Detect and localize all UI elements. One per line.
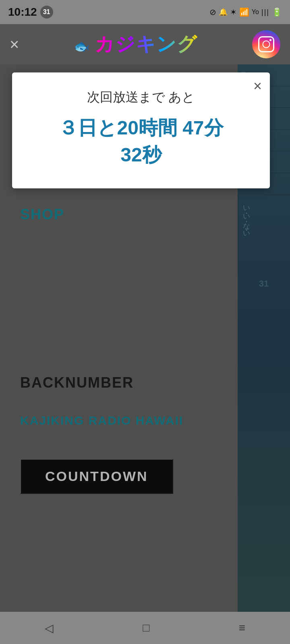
signal-text: Yo (252, 8, 259, 16)
close-menu-button[interactable]: × (10, 35, 19, 54)
modal-countdown: ３日と20時間 47分 32秒 (28, 114, 254, 168)
silent-icon: 🔔 (219, 8, 228, 17)
fish-icon: 🐟 (74, 39, 90, 54)
home-button[interactable]: □ (130, 617, 162, 638)
logo-text: カジキング (95, 33, 197, 55)
status-time: 10:12 31 (8, 6, 53, 19)
app-logo: 🐟 カジキング (19, 31, 252, 57)
menu-button[interactable]: ≡ (227, 617, 257, 638)
modal-subtitle: 次回放送まで あと (28, 89, 254, 106)
status-bar: 10:12 31 ⊘ 🔔 ✶ 📶 Yo ||| 🔋 (0, 0, 290, 24)
instagram-button[interactable] (252, 30, 280, 58)
notification-badge: 31 (40, 6, 53, 19)
modal-overlay: × 次回放送まで あと ３日と20時間 47分 32秒 (0, 64, 290, 612)
modal-close-button[interactable]: × (253, 79, 262, 93)
wifi-icon: 📶 (239, 7, 249, 17)
modal-dialog: × 次回放送まで あと ３日と20時間 47分 32秒 (12, 72, 270, 188)
instagram-icon (258, 36, 274, 52)
lte-icon: ||| (261, 8, 269, 17)
bluetooth-icon: ✶ (230, 7, 237, 17)
bottom-nav: ◁ □ ≡ (0, 612, 290, 644)
app-header: × 🐟 カジキング (0, 24, 290, 64)
status-icons: ⊘ 🔔 ✶ 📶 Yo ||| 🔋 (209, 7, 282, 17)
main-content: TOP ABOUT PROFILE SHOP BACKNUMBER KAJIKI… (0, 64, 290, 612)
mute-icon: ⊘ (209, 7, 216, 17)
battery-icon: 🔋 (272, 7, 282, 17)
back-button[interactable]: ◁ (33, 617, 66, 639)
